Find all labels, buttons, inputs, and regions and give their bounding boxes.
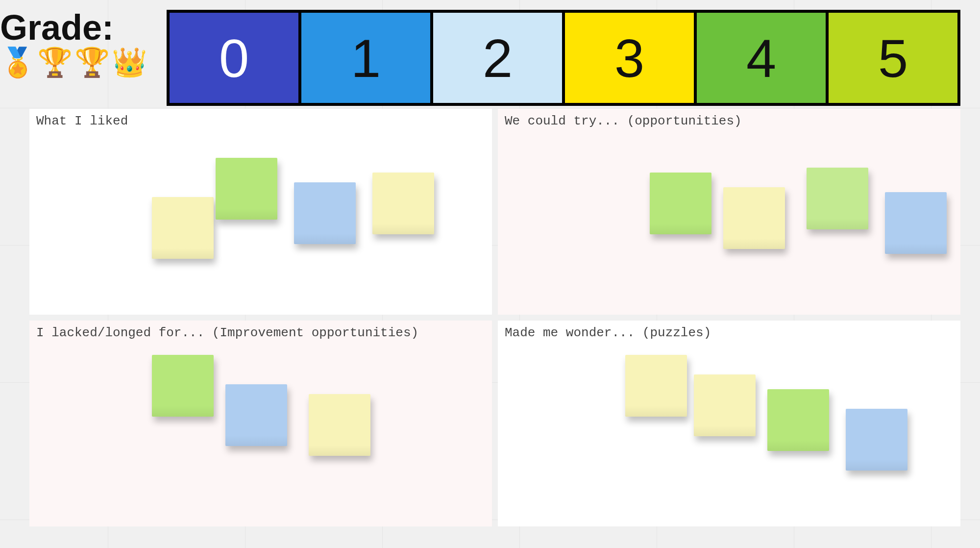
sticky-note[interactable]: [625, 355, 687, 417]
sticky-note[interactable]: [807, 168, 868, 229]
sticky-note[interactable]: [152, 355, 214, 417]
medal-icon: 🏅: [0, 48, 35, 76]
sticky-note[interactable]: [885, 192, 947, 254]
grade-cell-5[interactable]: 5: [829, 13, 957, 103]
quadrant-liked[interactable]: What I liked: [29, 109, 492, 315]
sticky-note[interactable]: [216, 158, 277, 220]
quadrant-try[interactable]: We could try... (opportunities): [498, 109, 960, 315]
sticky-note[interactable]: [225, 384, 287, 446]
grade-label: Grade:: [0, 10, 167, 45]
trophy-icon: 🏆: [37, 48, 73, 76]
sticky-note[interactable]: [723, 187, 785, 249]
sticky-note[interactable]: [767, 389, 829, 451]
grade-cell-1[interactable]: 1: [301, 13, 433, 103]
cup-icon: 🏆: [74, 48, 110, 76]
sticky-note[interactable]: [650, 173, 711, 234]
quadrant-wonder[interactable]: Made me wonder... (puzzles): [498, 321, 960, 526]
grade-cell-3[interactable]: 3: [565, 13, 697, 103]
sticky-note[interactable]: [846, 409, 907, 471]
grade-scale: 012345: [167, 10, 960, 106]
quadrant-title: What I liked: [36, 114, 485, 128]
crown-icon: 👑: [112, 48, 147, 76]
quadrant-title: We could try... (opportunities): [505, 114, 954, 128]
header: Grade: 🏅 🏆 🏆 👑 012345: [0, 10, 980, 106]
grade-icons: 🏅 🏆 🏆 👑: [0, 48, 167, 76]
sticky-note[interactable]: [152, 197, 214, 259]
grade-cell-4[interactable]: 4: [697, 13, 829, 103]
quadrant-title: I lacked/longed for... (Improvement oppo…: [36, 325, 485, 340]
quadrant-title: Made me wonder... (puzzles): [505, 325, 954, 340]
sticky-note[interactable]: [694, 374, 756, 436]
grade-block: Grade: 🏅 🏆 🏆 👑: [0, 10, 167, 76]
retro-board: What I likedWe could try... (opportuniti…: [29, 109, 960, 535]
quadrant-lacked[interactable]: I lacked/longed for... (Improvement oppo…: [29, 321, 492, 526]
grade-cell-0[interactable]: 0: [170, 13, 301, 103]
sticky-note[interactable]: [372, 173, 434, 234]
sticky-note[interactable]: [294, 182, 356, 244]
sticky-note[interactable]: [309, 394, 370, 456]
grade-cell-2[interactable]: 2: [433, 13, 565, 103]
